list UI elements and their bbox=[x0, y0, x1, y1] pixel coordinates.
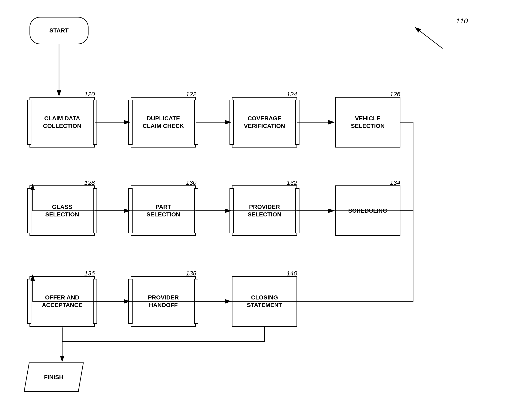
node-134: SCHEDULING bbox=[335, 186, 400, 236]
figure-label: 110 bbox=[456, 17, 468, 25]
node-120-label: CLAIM DATACOLLECTION bbox=[43, 115, 81, 130]
node-140-label: CLOSINGSTATEMENT bbox=[247, 294, 282, 309]
node-124-label: COVERAGEVERIFICATION bbox=[244, 115, 285, 130]
node-130: PARTSELECTION bbox=[131, 186, 196, 236]
node-136-label: OFFER ANDACCEPTANCE bbox=[42, 294, 82, 309]
ref-126: 126 bbox=[390, 91, 400, 98]
node-126: VEHICLESELECTION bbox=[335, 97, 400, 148]
node-124: COVERAGEVERIFICATION bbox=[232, 97, 297, 148]
start-label: START bbox=[49, 27, 68, 34]
ref-124: 124 bbox=[287, 91, 297, 98]
node-122-label: DUPLICATECLAIM CHECK bbox=[143, 115, 184, 130]
diagram-container: 110 START CLAIM DATACOLLECTION 120 DUPLI… bbox=[0, 0, 510, 420]
ref-130: 130 bbox=[186, 179, 196, 186]
ref-122: 122 bbox=[186, 91, 196, 98]
ref-140: 140 bbox=[287, 270, 297, 277]
node-128: GLASSSELECTION bbox=[30, 186, 95, 236]
node-138: PROVIDERHANDOFF bbox=[131, 276, 196, 327]
svg-line-11 bbox=[415, 27, 442, 48]
ref-120: 120 bbox=[84, 91, 95, 98]
node-132: PROVIDERSELECTION bbox=[232, 186, 297, 236]
ref-138: 138 bbox=[186, 270, 196, 277]
node-128-label: GLASSSELECTION bbox=[45, 203, 79, 218]
node-140: CLOSINGSTATEMENT bbox=[232, 276, 297, 327]
start-shape: START bbox=[30, 17, 89, 44]
finish-label: FINISH bbox=[44, 373, 63, 381]
node-132-label: PROVIDERSELECTION bbox=[248, 203, 281, 218]
node-126-label: VEHICLESELECTION bbox=[351, 115, 385, 130]
ref-134: 134 bbox=[390, 179, 400, 186]
node-122: DUPLICATECLAIM CHECK bbox=[131, 97, 196, 148]
node-138-label: PROVIDERHANDOFF bbox=[148, 294, 179, 309]
ref-136: 136 bbox=[84, 270, 95, 277]
ref-132: 132 bbox=[287, 179, 297, 186]
finish-shape: FINISH bbox=[24, 362, 84, 392]
node-120: CLAIM DATACOLLECTION bbox=[30, 97, 95, 148]
node-130-label: PARTSELECTION bbox=[146, 203, 180, 218]
node-136: OFFER ANDACCEPTANCE bbox=[30, 276, 95, 327]
node-134-label: SCHEDULING bbox=[348, 207, 387, 215]
ref-128: 128 bbox=[84, 179, 95, 186]
